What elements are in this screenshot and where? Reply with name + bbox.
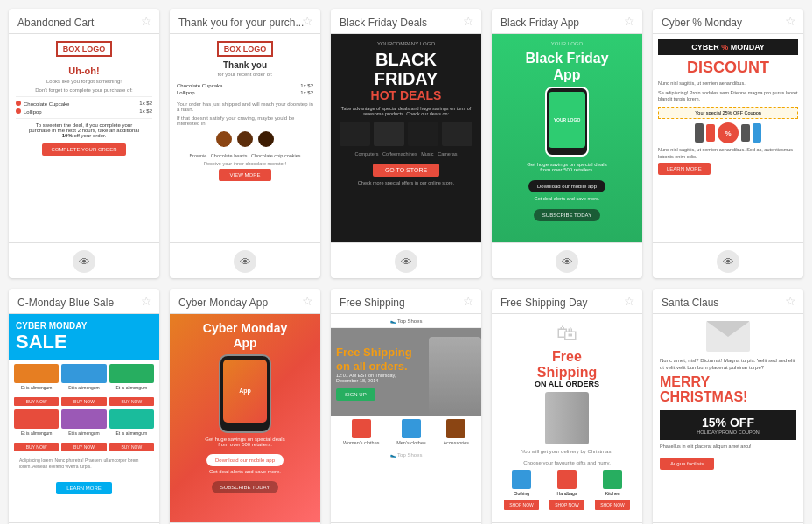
cyber-coupon: Your special 25% OFF Coupon [658,107,798,119]
bf-app-desc: Get huge savings on special dealsfrom ov… [499,162,635,172]
star-icon[interactable]: ☆ [624,14,635,28]
fsd-categories: Clothing Handbags Kitchen [499,470,635,496]
santa-body1: Nunc amet, nisl? Dictumst! Magna turpis.… [660,357,796,372]
preview-button[interactable]: 👁 [73,250,95,273]
cyber-app-desc: Get huge savings on special dealsfrom ov… [177,437,313,447]
card-thumbnail: Cyber MondayApp App Get huge savings on … [170,313,320,523]
fsd-bag: 🛍 [499,321,635,346]
card-thumbnail: 🥿 Top Shoes Free Shippingon all orders. … [331,313,481,523]
cyber-app-phone: App [219,354,271,433]
thankyou-products: Brownie Chocolate hearts Chocolate chip … [177,153,313,158]
thankyou-heading: Thank you [177,60,313,70]
thankyou-shipped: Your order has just shipped and will rea… [177,101,313,112]
santa-body2: Phasellus in elit placerat aliqum amet a… [660,444,796,451]
preview-button[interactable]: 👁 [234,250,256,273]
cyber-body1: Nunc nisl sagittis, ut semien aenandibus… [658,80,798,87]
card-title: Abandoned Cart [14,11,97,32]
bf-app-bottom: Get deal alerts and save more. [499,196,635,201]
fsd-shop-btn[interactable]: SHOP NOW [504,500,539,510]
star-icon[interactable]: ☆ [302,14,313,28]
cyber-app-bottom: Get deal alerts and save more. [177,469,313,474]
card-bf-deals: Black Friday Deals ☆ YOURCOMPANY LOGO BL… [331,9,481,278]
fs-logo: 🥿 Top Shoes [331,314,481,328]
bf-deals-cta-button[interactable]: GO TO STORE [373,164,439,177]
fs-hero: Free Shippingon all orders. 12:01 AM EST… [331,328,481,416]
star-icon[interactable]: ☆ [624,294,635,308]
abandoned-sub: Looks like you forgot something! [16,79,152,84]
star-icon[interactable]: ☆ [785,14,796,28]
bf-app-phone: YOUR LOGO [545,87,589,157]
fsd-h1b: Shipping [499,365,635,381]
bf-deals-h1: BLACK [338,50,474,69]
bf-app-cta2-button[interactable]: SUBSCRIBE TODAY [534,209,600,221]
santa-promo-box: 15% OFF HOLIDAY PROMO COUPON [660,410,796,440]
fsd-h2: ON ALL ORDERS [499,380,635,388]
cmonday-footer: Adlipiscing lorem. Nunc pharetra! Praese… [14,456,154,471]
card-thumbnail: YOUR LOGO Black FridayApp YOUR LOGO Get … [492,33,642,243]
preview-button[interactable]: 👁 [395,250,417,273]
star-icon[interactable]: ☆ [785,294,796,308]
cyber-app-heading: Cyber MondayApp [177,321,313,351]
star-icon[interactable]: ☆ [141,294,152,308]
cyber-body3: Nunc nisl sagittis, ut semien aenandibus… [658,147,798,160]
santa-envelope [660,321,796,352]
card-thumbnail: Nunc amet, nisl? Dictumst! Magna turpis.… [653,313,803,523]
thankyou-logo: BOX LOGO [217,41,274,57]
card-free-shipping-day: Free Shipping Day ☆ 🛍 Free Shipping ON A… [492,289,642,524]
bf-deals-categories [338,122,474,146]
cyber-app-cta1-button[interactable]: Download our mobile app [206,454,284,466]
card-cyber-app: Cyber Monday App ☆ Cyber MondayApp App G… [170,289,320,524]
card-abandoned-cart: Abandoned Cart ☆ BOX LOGO Uh-oh! Looks l… [9,9,159,278]
bf-app-cta1-button[interactable]: Download our mobile app [528,180,606,192]
bf-deals-h1b: FRIDAY [338,69,474,88]
card-santa-claus: Santa Claus ☆ Nunc amet, nisl? Dictumst!… [653,289,803,524]
card-free-shipping: Free Shipping ☆ 🥿 Top Shoes Free Shippin… [331,289,481,524]
abandoned-reminder: Don't forget to complete your purchase o… [16,87,152,93]
card-title: Cyber Monday App [175,291,271,312]
card-thumbnail: BOX LOGO Uh-oh! Looks like you forgot so… [9,33,159,243]
santa-cta-button[interactable]: Augue facilisis [660,458,714,470]
cmonday-cta-button[interactable]: LEARN MORE [56,482,112,494]
abandoned-heading: Uh-oh! [16,66,152,76]
thankyou-msg: Receive your inner chocolate monster! [177,161,313,166]
card-thank-you: Thank you for your purch... ☆ BOX LOGO T… [170,9,320,278]
fsd-shop-btn[interactable]: SHOP NOW [595,500,630,510]
product-buy-button[interactable]: BUY NOW [14,397,59,406]
cyber-app-cta2-button[interactable]: SUBSCRIBE TODAY [212,481,278,493]
preview-button[interactable]: 👁 [556,250,578,273]
fs-categories: Women's clothes Men's clothes Accessorie… [331,416,481,449]
bf-deals-logo: YOURCOMPANY LOGO [338,41,474,46]
card-thumbnail: YOURCOMPANY LOGO BLACK FRIDAY HOT DEALS … [331,33,481,243]
bf-deals-bottom: Check more special offers in our online … [338,180,474,185]
star-icon[interactable]: ☆ [302,294,313,308]
product-buy-button[interactable]: BUY NOW [109,443,154,451]
cyber-people: % [658,122,798,143]
star-icon[interactable]: ☆ [463,14,474,28]
thankyou-cta-button[interactable]: VIEW MORE [219,169,270,181]
product-buy-button[interactable]: BUY NOW [61,443,106,451]
product-buy-button[interactable]: BUY NOW [61,397,106,406]
fsd-h1: Free [499,349,635,365]
santa-heading: MERRYCHRISTMAS! [660,374,796,405]
card-thumbnail: BOX LOGO Thank you for your recent order… [170,33,320,243]
bf-app-heading: Black FridayApp [499,50,635,83]
fs-bottom-logo: 🥿 Top Shoes [331,449,481,460]
cyber-cta-button[interactable]: LEARN MORE [658,163,710,175]
cyber-header: CYBER % MONDAY [691,43,765,52]
fsd-shop-btns: SHOP NOW SHOP NOW SHOP NOW [499,500,635,510]
star-icon[interactable]: ☆ [141,14,152,28]
fsd-shop-btn[interactable]: SHOP NOW [550,500,584,510]
thankyou-sub: for your recent order of: [177,72,313,77]
abandoned-cta-button[interactable]: COMPLETE YOUR ORDER [42,143,125,156]
product-buy-button[interactable]: BUY NOW [14,443,59,451]
preview-button[interactable]: 👁 [717,250,739,273]
card-title: Cyber % Monday [658,11,746,32]
abandoned-discount: To sweeten the deal, if you complete you… [16,122,152,138]
star-icon[interactable]: ☆ [463,294,474,308]
abandoned-logo: BOX LOGO [56,41,113,57]
fs-cta-button[interactable]: SIGN UP [336,388,375,401]
cmonday-h2: SALE [16,331,152,353]
bf-deals-h2: HOT DEALS [338,88,474,102]
product-buy-button[interactable]: BUY NOW [109,397,154,406]
fsd-desc1: You will get your delivery by Christmas. [499,448,635,455]
